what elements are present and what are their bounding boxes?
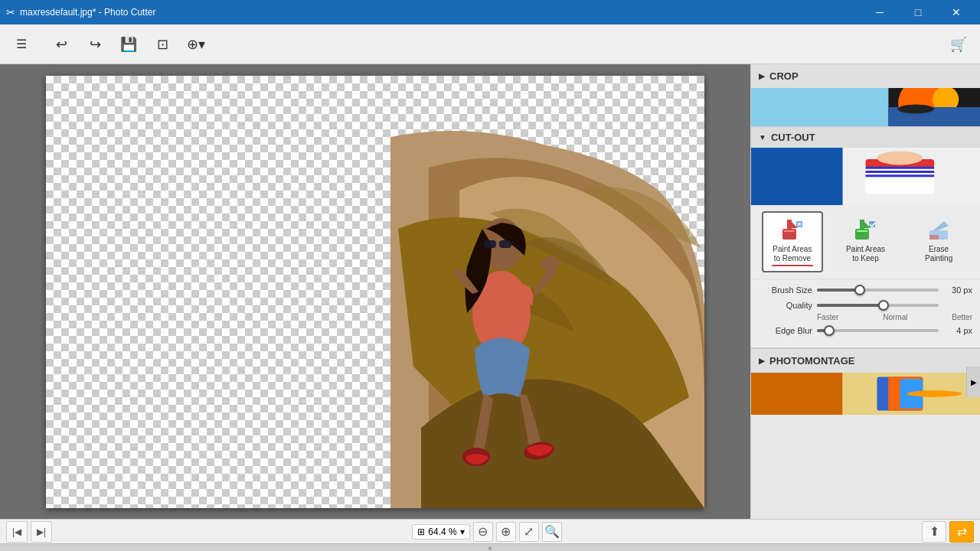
zoom-dropdown-icon[interactable]: ▾ xyxy=(460,527,465,537)
undo-button[interactable]: ↩ xyxy=(46,29,77,60)
titlebar-title: maxresdefault.jpg* - Photo Cutter xyxy=(20,7,155,18)
statusbar-right: ⬆ ⇄ xyxy=(922,521,974,543)
photomontage-arrow-icon: ▶ xyxy=(759,357,765,365)
photomontage-content: ▶ PHOTOMONTAGE xyxy=(751,349,980,415)
first-frame-button[interactable]: |◀ xyxy=(6,521,28,543)
zoom-out-button[interactable]: ⊖ xyxy=(473,522,493,542)
right-panel: ▶ CROP ▼ CUT-OUT xyxy=(750,64,980,519)
photomontage-section: ▶ PHOTOMONTAGE xyxy=(751,348,980,415)
share-icon: ⊕▾ xyxy=(187,36,205,53)
cutout-thumbnail xyxy=(751,148,980,205)
brush-size-fill xyxy=(817,289,860,292)
svg-rect-24 xyxy=(787,220,792,229)
quality-fill xyxy=(817,304,884,307)
edge-blur-row: Edge Blur 4 px xyxy=(759,326,972,335)
svg-rect-30 xyxy=(860,220,864,229)
toggle-icon: ⇄ xyxy=(957,524,967,539)
statusbar-center: ⊞ 64.4 % ▾ ⊖ ⊕ ⤢ 🔍 xyxy=(58,522,916,542)
redo-button[interactable]: ↪ xyxy=(80,29,110,60)
main-area: ▶ CROP ▼ CUT-OUT xyxy=(0,64,980,519)
toolbar: ☰ ↩ ↪ 💾 ⊡ ⊕▾ 🛒 xyxy=(0,24,980,64)
first-frame-icon: |◀ xyxy=(12,527,21,537)
edge-blur-thumb[interactable] xyxy=(824,325,835,336)
brush-size-track[interactable] xyxy=(817,289,939,292)
cart-button[interactable]: 🛒 xyxy=(943,29,974,60)
edge-blur-value: 4 px xyxy=(943,326,972,335)
paint-remove-button[interactable]: Paint Areasto Remove xyxy=(762,211,823,272)
canvas-container xyxy=(46,76,704,508)
zoom-reset-icon: ⊕ xyxy=(501,524,511,539)
canvas-area[interactable] xyxy=(0,64,750,519)
undo-icon: ↩ xyxy=(56,36,67,53)
handle-icon: ▲ xyxy=(487,544,493,551)
paint-keep-button[interactable]: Paint Areasto Keep xyxy=(835,211,896,272)
paint-remove-icon xyxy=(780,217,805,242)
crop-arrow-icon: ▶ xyxy=(759,72,765,80)
panel-expand-arrow[interactable]: ▶ xyxy=(966,367,980,397)
save-button[interactable]: 💾 xyxy=(113,29,144,60)
print-icon: ⊡ xyxy=(157,36,168,53)
cutout-header[interactable]: ▼ CUT-OUT xyxy=(751,127,980,148)
cutout-label: CUT-OUT xyxy=(771,132,815,143)
toggle-button[interactable]: ⇄ xyxy=(949,521,974,543)
brush-size-thumb[interactable] xyxy=(854,285,865,295)
erase-painting-icon xyxy=(926,217,951,242)
svg-point-5 xyxy=(541,256,559,270)
cutout-arrow-icon: ▼ xyxy=(759,133,766,142)
fit-icon: ⤢ xyxy=(524,524,534,539)
share-button[interactable]: ⊕▾ xyxy=(181,29,211,60)
brush-size-value: 30 px xyxy=(943,285,972,295)
crop-thumbnail xyxy=(751,88,980,126)
last-frame-button[interactable]: ▶| xyxy=(31,521,52,543)
edge-blur-track[interactable] xyxy=(817,329,939,332)
maximize-button[interactable]: □ xyxy=(900,0,936,24)
quality-better-label: Better xyxy=(952,313,972,321)
brush-size-row: Brush Size 30 px xyxy=(759,285,972,295)
zoom-display[interactable]: ⊞ 64.4 % ▾ xyxy=(412,524,469,540)
quality-normal-label: Normal xyxy=(883,313,907,321)
quality-labels: Faster Normal Better xyxy=(817,313,972,321)
quality-row: Quality xyxy=(759,301,972,310)
export-button[interactable]: ⬆ xyxy=(922,521,946,543)
zoom-reset-button[interactable]: ⊕ xyxy=(496,522,516,542)
menu-button[interactable]: ☰ xyxy=(6,29,37,60)
zoom-region-button[interactable]: 🔍 xyxy=(542,522,562,542)
svg-point-18 xyxy=(877,152,923,165)
svg-rect-33 xyxy=(929,235,939,240)
print-button[interactable]: ⊡ xyxy=(147,29,178,60)
photomontage-header[interactable]: ▶ PHOTOMONTAGE xyxy=(751,349,980,373)
photomontage-label: PHOTOMONTAGE xyxy=(769,355,854,367)
export-icon: ⬆ xyxy=(929,524,939,539)
svg-rect-3 xyxy=(499,240,511,248)
erase-painting-button[interactable]: ErasePainting xyxy=(908,211,969,272)
grid-icon: ⊞ xyxy=(417,527,425,537)
crop-header[interactable]: ▶ CROP xyxy=(751,64,980,88)
edge-blur-label: Edge Blur xyxy=(759,326,812,335)
quality-thumb[interactable] xyxy=(878,300,889,311)
zoom-value: 64.4 % xyxy=(428,527,456,537)
quality-track[interactable] xyxy=(817,304,939,307)
crop-section: ▶ CROP xyxy=(751,64,980,127)
svg-rect-25 xyxy=(784,230,795,232)
close-button[interactable]: ✕ xyxy=(939,0,974,24)
svg-point-13 xyxy=(897,105,934,114)
cutout-section: ▼ CUT-OUT xyxy=(751,127,980,348)
minimize-button[interactable]: ─ xyxy=(862,0,897,24)
active-tool-indicator xyxy=(772,265,813,266)
save-icon: 💾 xyxy=(120,36,137,53)
quality-label: Quality xyxy=(759,301,812,310)
paint-keep-icon xyxy=(853,217,877,242)
erase-painting-label: ErasePainting xyxy=(925,245,952,263)
paint-remove-label: Paint Areasto Remove xyxy=(773,245,812,263)
photomontage-wrapper: ▶ PHOTOMONTAGE xyxy=(751,349,980,415)
svg-rect-34 xyxy=(751,373,843,415)
expand-arrow-icon: ▶ xyxy=(971,378,977,386)
resize-handle[interactable]: ▲ xyxy=(0,543,980,551)
fit-to-window-button[interactable]: ⤢ xyxy=(519,522,539,542)
titlebar-controls: ─ □ ✕ xyxy=(862,0,974,24)
quality-faster-label: Faster xyxy=(817,313,838,321)
sliders-area: Brush Size 30 px Quality xyxy=(751,279,980,347)
zoom-region-icon: 🔍 xyxy=(544,524,560,539)
redo-icon: ↪ xyxy=(90,36,101,53)
tool-buttons-row: Paint Areasto Remove xyxy=(751,205,980,279)
